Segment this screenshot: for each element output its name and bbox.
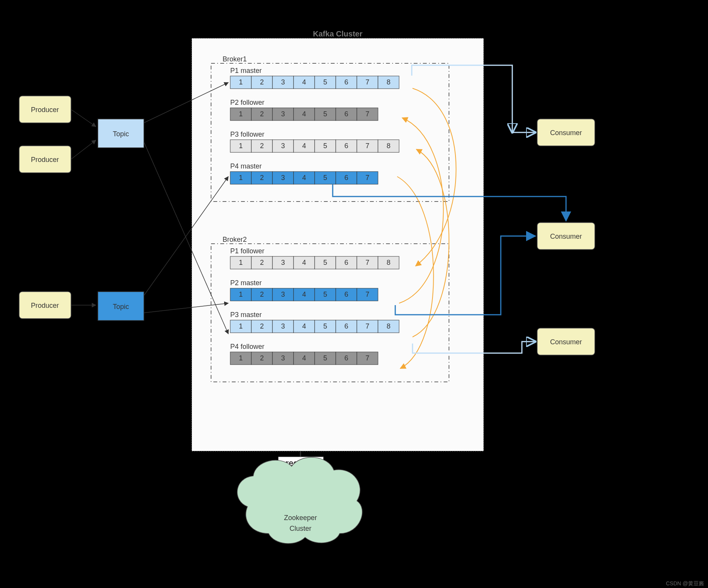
partition-cell-num: 5 [323,322,327,330]
partition-cell-num: 6 [344,142,348,150]
zookeeper-label-2: Cluster [289,525,311,532]
partition-label: P1 follower [230,247,264,255]
partition-cell-num: 7 [365,354,369,362]
partition-cell-num: 1 [239,174,243,182]
broker-title: Broker2 [223,236,247,243]
partition-cell-num: 2 [260,259,264,266]
partition-cell-num: 5 [323,354,327,362]
partition-cell-num: 5 [323,291,327,298]
producer-label: Producer [31,156,59,164]
partition-cell-num: 6 [344,354,348,362]
partition-cell-num: 4 [302,259,306,266]
kafka-cluster-title: Kafka Cluster [313,30,363,38]
partition-cell-num: 4 [302,78,306,86]
partition-cell-num: 3 [281,142,285,150]
partition-label: P1 master [230,67,262,74]
partition-label: P2 follower [230,99,264,106]
partition-cell-num: 7 [365,291,369,298]
watermark: CSDN @黄豆酱 [666,580,704,586]
partition-cell-num: 5 [323,110,327,118]
partition-cell-num: 5 [323,259,327,266]
topic-label: Topic [113,303,129,311]
partition-cell-num: 4 [302,174,306,182]
partition-cell-num: 7 [365,78,369,86]
partition-label: P3 follower [230,130,264,138]
partition-cell-num: 6 [344,259,348,266]
partition-cell-num: 7 [365,259,369,266]
partition-cell-num: 8 [386,142,390,150]
partition-cell-num: 8 [386,78,390,86]
partition-cell-num: 4 [302,354,306,362]
partition-cell-num: 4 [302,322,306,330]
consumer-label: Consumer [550,338,582,346]
topic-label: Topic [113,130,129,138]
partition-cell-num: 6 [344,291,348,298]
broker-title: Broker1 [223,55,247,63]
partition-cell-num: 3 [281,291,285,298]
consumer-boxes: Consumer Consumer Consumer [537,119,595,355]
partition-label: P3 master [230,311,262,319]
producer-boxes: Producer Producer Producer [19,96,71,319]
partition-cell-num: 5 [323,78,327,86]
partition-cell-num: 1 [239,322,243,330]
partition-cell-num: 3 [281,259,285,266]
consumer-label: Consumer [550,233,582,240]
partition-cell-num: 5 [323,174,327,182]
partition-label: P2 master [230,279,262,287]
consumer-label: Consumer [550,129,582,137]
partition-cell-num: 7 [365,322,369,330]
svg-line-6 [71,140,96,159]
partition-label: P4 master [230,162,262,170]
partition-cell-num: 7 [365,110,369,118]
partition-cell-num: 1 [239,291,243,298]
partition-cell-num: 8 [386,259,390,266]
partition-label: P4 follower [230,343,264,350]
partition-cell-num: 2 [260,110,264,118]
partition-cell-num: 6 [344,322,348,330]
producer-label: Producer [31,302,59,309]
partition-cell-num: 1 [239,354,243,362]
topic-boxes: Topic Topic [98,119,144,320]
zookeeper-label-1: Zookeeper [284,514,317,522]
partition-cell-num: 1 [239,259,243,266]
svg-line-5 [71,109,96,127]
kafka-diagram: Kafka Cluster Producer Producer Producer… [0,0,708,588]
producer-arrows [71,109,96,305]
partition-cell-num: 1 [239,78,243,86]
partition-cell-num: 2 [260,142,264,150]
producer-label: Producer [31,106,59,114]
partition-cell-num: 4 [302,110,306,118]
partition-cell-num: 4 [302,142,306,150]
partition-cell-num: 7 [365,142,369,150]
partition-cell-num: 2 [260,291,264,298]
partition-cell-num: 3 [281,354,285,362]
partition-cell-num: 3 [281,110,285,118]
partition-cell-num: 3 [281,322,285,330]
partition-cell-num: 6 [344,78,348,86]
partition-cell-num: 6 [344,174,348,182]
partition-cell-num: 2 [260,174,264,182]
partition-cell-num: 6 [344,110,348,118]
partition-cell-num: 8 [386,322,390,330]
zookeeper-cloud: Zookeeper Cluster [237,458,362,543]
partition-cell-num: 2 [260,322,264,330]
partition-cell-num: 7 [365,174,369,182]
partition-cell-num: 3 [281,78,285,86]
partition-cell-num: 2 [260,78,264,86]
partition-cell-num: 1 [239,110,243,118]
partition-cell-num: 3 [281,174,285,182]
partition-cell-num: 1 [239,142,243,150]
partition-cell-num: 2 [260,354,264,362]
partition-cell-num: 4 [302,291,306,298]
partition-cell-num: 5 [323,142,327,150]
